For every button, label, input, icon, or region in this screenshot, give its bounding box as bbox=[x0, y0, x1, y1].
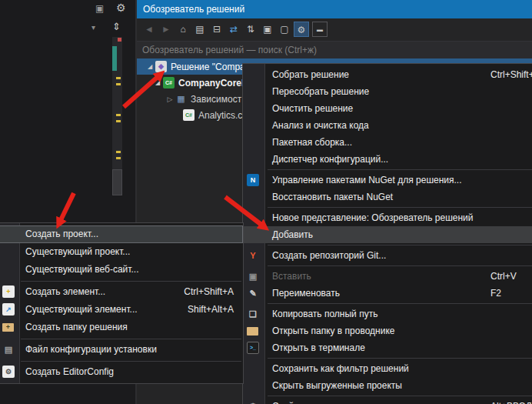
menu-item-label: Собрать решение bbox=[272, 69, 349, 80]
menu-item-label: Копировать полный путь bbox=[272, 309, 377, 319]
properties-icon[interactable]: ⚙ bbox=[294, 22, 309, 37]
menu-item-label: Вставить bbox=[272, 271, 311, 282]
folder-icon bbox=[247, 327, 258, 336]
scrollbar-change-mark bbox=[116, 120, 121, 122]
back-icon[interactable]: ◄ bbox=[141, 22, 157, 37]
editorconfig-icon: ⚙ bbox=[2, 366, 15, 378]
menu-item-label: Переименовать bbox=[272, 288, 340, 299]
menu-item-label: Скрыть выгруженные проекты bbox=[272, 380, 402, 391]
expander-closed-icon[interactable]: ▷ bbox=[165, 95, 175, 103]
menu-item-label: Существующий элемент... bbox=[25, 304, 138, 315]
context-menu-item[interactable]: Анализ и очистка кода bbox=[243, 117, 532, 134]
context-menu-item[interactable]: >_Открыть в терминале bbox=[243, 339, 532, 356]
context-menu-item[interactable]: Пересобрать решение bbox=[243, 83, 532, 100]
nuget-icon: N bbox=[247, 174, 259, 186]
scrollbar-change-mark bbox=[116, 114, 121, 116]
collapse-all-icon[interactable]: ⊟ bbox=[209, 22, 224, 37]
splitter-icon[interactable]: ⇕ bbox=[112, 21, 121, 32]
search-input[interactable]: Обозреватель решений — поиск (Ctrl+ж) bbox=[137, 41, 532, 59]
menu-item-label: Файл конфигурации установки bbox=[25, 344, 157, 355]
menu-item-label: Пересобрать решение bbox=[272, 86, 369, 97]
show-all-files-icon[interactable]: ▣ bbox=[260, 22, 275, 37]
grid-icon[interactable]: ▣ bbox=[95, 3, 104, 14]
menu-separator bbox=[21, 361, 241, 362]
submenu-item[interactable]: ▤Файл конфигурации установки bbox=[0, 341, 243, 359]
csproj-icon: C# bbox=[163, 77, 175, 88]
menu-separator bbox=[21, 339, 241, 339]
menu-separator bbox=[268, 303, 532, 304]
context-menu-item[interactable]: Новое представление: Обозреватель решени… bbox=[243, 209, 532, 226]
submenu-item[interactable]: ↗Существующий элемент...Shift+Alt+A bbox=[0, 301, 243, 319]
context-menu-item[interactable]: Пакетная сборка... bbox=[243, 134, 532, 151]
menu-separator bbox=[268, 358, 532, 359]
menu-item-shortcut: Shift+Alt+A bbox=[188, 301, 234, 319]
folderplus-icon: + bbox=[2, 323, 14, 332]
gear-icon[interactable]: ⚙ bbox=[116, 2, 126, 14]
visual-studio-window: ▣ ⚙ ▾ ⇕ Обозреватель решений ◄►⌂▤⊟⇄⇅▣▢⚙▬… bbox=[0, 0, 532, 404]
copy-icon: ❏ bbox=[247, 308, 259, 320]
sync-with-active-icon[interactable]: ⇄ bbox=[226, 22, 241, 37]
context-menu-item[interactable]: ⚙СвойстваAlt+ВВОД bbox=[243, 398, 532, 404]
add-submenu: Создать проект...Существующий проект...С… bbox=[0, 222, 244, 384]
submenu-item[interactable]: Существующий проект... bbox=[0, 243, 243, 261]
menu-item-label: Сохранить как фильтр решений bbox=[272, 363, 409, 374]
scrollbar-region-mark bbox=[112, 46, 117, 71]
context-menu-item[interactable]: YСоздать репозиторий Git... bbox=[243, 247, 532, 264]
menu-separator bbox=[268, 245, 532, 245]
scrollbar-thumb[interactable] bbox=[112, 169, 122, 195]
context-menu-item[interactable]: Добавить bbox=[243, 226, 532, 243]
forward-icon[interactable]: ► bbox=[158, 22, 174, 37]
scrollbar-change-mark bbox=[116, 157, 121, 159]
editor-scrollbar[interactable] bbox=[112, 37, 122, 195]
menu-item-label: Создать элемент... bbox=[25, 286, 105, 297]
menu-item-label: Создать проект... bbox=[25, 229, 98, 239]
context-menu-item[interactable]: ▣ВставитьCtrl+V bbox=[243, 268, 532, 285]
tree-item-label: Зависимост bbox=[191, 94, 241, 105]
terminal-icon: >_ bbox=[247, 342, 259, 354]
context-menu-item[interactable]: Скрыть выгруженные проекты bbox=[243, 377, 532, 394]
menu-item-label: Добавить bbox=[272, 229, 313, 240]
scrollbar-error-mark bbox=[118, 38, 121, 42]
context-menu-item[interactable]: Собрать решениеCtrl+Shift+B bbox=[243, 66, 532, 83]
submenu-item[interactable]: Создать проект... bbox=[0, 225, 243, 243]
solution-icon: ◆ bbox=[155, 61, 167, 72]
context-menu-item[interactable]: ❏Копировать полный путь bbox=[243, 306, 532, 322]
tree-item-label: Решение "Compan bbox=[171, 62, 250, 72]
tree-item-label: Analytics.cs bbox=[198, 110, 247, 121]
solution-explorer-toolbar: ◄►⌂▤⊟⇄⇅▣▢⚙▬ bbox=[137, 18, 532, 40]
docs-icon[interactable]: ▢ bbox=[277, 22, 292, 37]
context-menu-item[interactable]: Диспетчер конфигураций... bbox=[243, 151, 532, 168]
menu-item-label: Анализ и очистка кода bbox=[272, 120, 369, 131]
submenu-item[interactable]: ⚙Создать EditorConfig bbox=[0, 363, 243, 381]
solution-context-menu: Собрать решениеCtrl+Shift+BПересобрать р… bbox=[242, 63, 532, 404]
menu-item-shortcut: Ctrl+Shift+A bbox=[184, 283, 234, 301]
context-menu-item[interactable]: Очистить решение bbox=[243, 100, 532, 117]
submenu-item[interactable]: +Создать элемент...Ctrl+Shift+A bbox=[0, 283, 243, 301]
menu-separator bbox=[268, 207, 532, 208]
expander-open-icon[interactable]: ◢ bbox=[145, 63, 155, 70]
refresh-icon[interactable]: ⇅ bbox=[243, 22, 258, 37]
context-menu-item[interactable]: Восстановить пакеты NuGet bbox=[243, 189, 532, 205]
chevron-down-icon[interactable]: ▾ bbox=[91, 23, 95, 32]
context-menu-item[interactable]: NУправление пакетами NuGet для решения..… bbox=[243, 172, 532, 189]
menu-separator bbox=[268, 396, 532, 396]
home-icon[interactable]: ⌂ bbox=[175, 22, 191, 37]
submenu-item[interactable]: +Создать папку решения bbox=[0, 319, 243, 336]
newitem-icon: + bbox=[2, 285, 15, 298]
solution-explorer-titlebar[interactable]: Обозреватель решений bbox=[137, 0, 532, 18]
expander-open-icon[interactable]: ◢ bbox=[152, 79, 163, 86]
menu-item-label: Новое представление: Обозреватель решени… bbox=[272, 212, 473, 223]
context-menu-item[interactable]: ✎ПереименоватьF2 bbox=[243, 285, 532, 302]
preview-toggle-icon[interactable]: ▬ bbox=[312, 22, 328, 37]
menu-item-label: Диспетчер конфигураций... bbox=[272, 154, 388, 165]
menu-item-label: Очистить решение bbox=[272, 103, 353, 114]
open-in-editor-icon[interactable]: ▤ bbox=[192, 22, 208, 37]
menu-item-shortcut: Ctrl+Shift+B bbox=[490, 66, 532, 83]
git-icon: Y bbox=[247, 249, 259, 262]
context-menu-item[interactable]: Открыть папку в проводнике bbox=[243, 322, 532, 339]
menu-item-label: Создать EditorConfig bbox=[25, 366, 114, 377]
menu-item-label: Пакетная сборка... bbox=[272, 137, 352, 148]
submenu-item[interactable]: Существующий веб-сайт... bbox=[0, 261, 243, 279]
context-menu-item[interactable]: Сохранить как фильтр решений bbox=[243, 360, 532, 377]
menu-item-label: Существующий веб-сайт... bbox=[25, 264, 139, 275]
